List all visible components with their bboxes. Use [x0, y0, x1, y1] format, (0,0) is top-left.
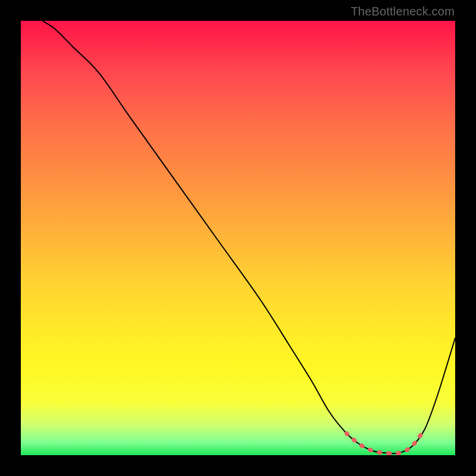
heat-gradient-background	[21, 21, 455, 455]
chart-container: TheBottleneck.com	[0, 0, 476, 476]
watermark-text: TheBottleneck.com	[350, 5, 455, 18]
plot-area	[21, 21, 455, 455]
